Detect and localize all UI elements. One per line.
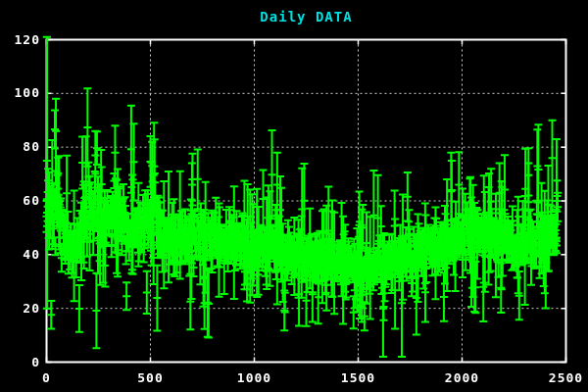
y-tick-label: 120 [0, 32, 40, 47]
x-tick-label: 2000 [431, 370, 494, 385]
x-tick-label: 1000 [223, 370, 286, 385]
y-tick-label: 40 [0, 247, 40, 262]
chart-canvas [0, 0, 588, 392]
chart-title: Daily DATA [46, 9, 566, 24]
y-tick-label: 60 [0, 193, 40, 208]
y-tick-label: 100 [0, 85, 40, 100]
x-tick-label: 500 [120, 370, 182, 385]
x-tick-label: 0 [16, 370, 78, 385]
y-tick-label: 20 [0, 301, 40, 316]
x-tick-label: 2500 [535, 370, 588, 385]
y-tick-label: 80 [0, 139, 40, 154]
chart-window: Daily DATA 02040608010012005001000150020… [0, 0, 588, 392]
y-tick-label: 0 [0, 355, 40, 369]
x-tick-label: 1500 [327, 370, 390, 385]
